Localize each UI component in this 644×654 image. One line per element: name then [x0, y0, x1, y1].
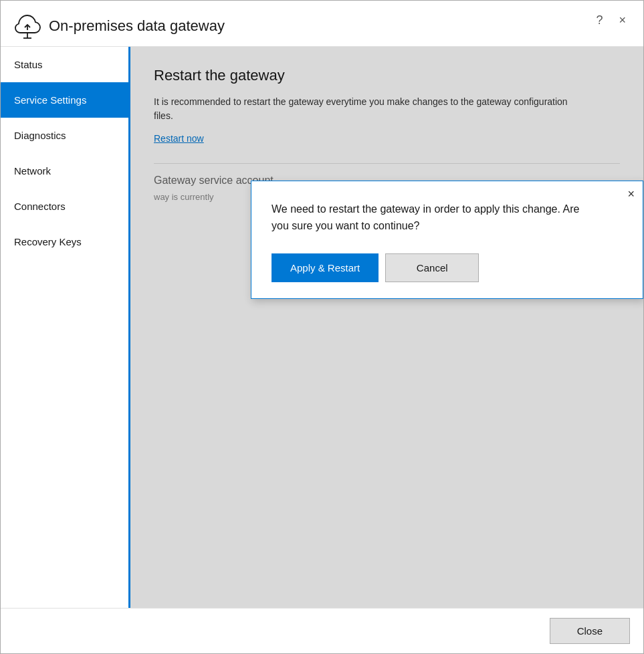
- dialog-body: We need to restart the gateway in order …: [251, 181, 643, 298]
- main-content: Status Service Settings Diagnostics Netw…: [1, 47, 643, 608]
- sidebar: Status Service Settings Diagnostics Netw…: [1, 47, 130, 608]
- app-title: On-premises data gateway: [49, 17, 225, 35]
- cancel-button[interactable]: Cancel: [385, 253, 479, 282]
- window-close-button[interactable]: ×: [615, 13, 630, 27]
- sidebar-item-network[interactable]: Network: [1, 153, 128, 189]
- dialog-close-button[interactable]: ×: [627, 188, 635, 200]
- bottom-bar: Close: [1, 608, 643, 653]
- sidebar-item-diagnostics[interactable]: Diagnostics: [1, 118, 128, 153]
- dialog-message: We need to restart the gateway in order …: [272, 201, 593, 235]
- content-area: Restart the gateway It is recommended to…: [130, 47, 643, 608]
- sidebar-item-recovery-keys[interactable]: Recovery Keys: [1, 224, 128, 259]
- help-button[interactable]: ?: [592, 13, 607, 27]
- title-bar-actions: ? ×: [592, 13, 630, 27]
- apply-restart-button[interactable]: Apply & Restart: [272, 253, 379, 282]
- main-window: On-premises data gateway ? × Status Serv…: [0, 0, 644, 654]
- sidebar-item-status[interactable]: Status: [1, 47, 128, 82]
- gateway-icon: [14, 13, 41, 39]
- sidebar-item-connectors[interactable]: Connectors: [1, 189, 128, 224]
- close-button[interactable]: Close: [550, 618, 630, 644]
- confirmation-dialog: × We need to restart the gateway in orde…: [251, 181, 643, 299]
- dialog-actions: Apply & Restart Cancel: [272, 253, 623, 282]
- title-bar: On-premises data gateway ? ×: [1, 1, 643, 47]
- dialog-overlay: × We need to restart the gateway in orde…: [130, 47, 643, 608]
- sidebar-item-service-settings[interactable]: Service Settings: [1, 82, 128, 118]
